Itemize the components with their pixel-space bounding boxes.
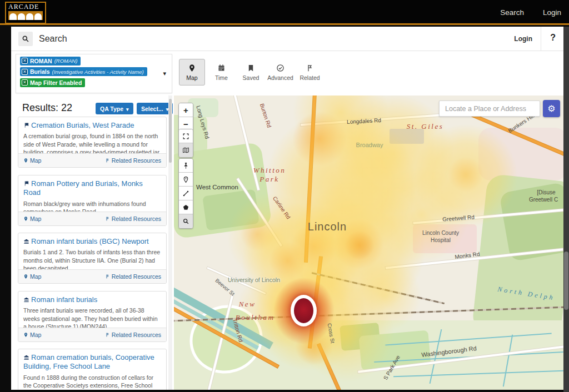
measure-line-icon[interactable] bbox=[179, 187, 193, 200]
place-marker-icon[interactable] bbox=[179, 173, 193, 187]
calendar-icon bbox=[217, 64, 226, 72]
results-scrollbar-thumb[interactable] bbox=[169, 99, 172, 163]
remove-filter-icon[interactable] bbox=[22, 79, 28, 86]
select-dropdown[interactable]: Select... bbox=[137, 103, 173, 114]
chevron-down-icon bbox=[126, 105, 129, 112]
active-filters-panel: ROMAN (ROMAN) Burials (Investigative Act… bbox=[16, 54, 172, 93]
bank-icon bbox=[23, 238, 29, 244]
search-icon[interactable] bbox=[18, 32, 33, 46]
tab-saved[interactable]: Saved bbox=[238, 59, 264, 86]
result-card[interactable]: Roman infant burials (BGC) Newport Buria… bbox=[18, 233, 167, 284]
results-count: Results: 22 bbox=[22, 102, 72, 114]
related-resources-link[interactable]: Related Resources bbox=[105, 273, 161, 280]
overview-map-icon[interactable] bbox=[179, 143, 193, 157]
qa-type-dropdown[interactable]: QA Type bbox=[96, 103, 133, 114]
top-bar: ARCADE Search Login bbox=[0, 0, 569, 25]
zoom-in-button[interactable]: + bbox=[179, 103, 193, 117]
map-road-longdales bbox=[301, 114, 442, 126]
map-view-controls bbox=[178, 129, 193, 158]
map-label-lincoln: Lincoln bbox=[308, 220, 347, 233]
map-label-beevor-st: Beevor St bbox=[214, 277, 236, 296]
bank-icon bbox=[23, 354, 29, 360]
map-label-burton-rd: Burton Rd bbox=[259, 103, 272, 128]
polygon-icon[interactable] bbox=[179, 200, 193, 214]
map-link[interactable]: Map bbox=[23, 331, 41, 338]
map-pin-icon bbox=[23, 158, 28, 163]
filter-tag-burials[interactable]: Burials (Investigative Activities - Acti… bbox=[20, 67, 147, 76]
map-pin-icon bbox=[188, 64, 196, 72]
map-railway bbox=[312, 272, 445, 304]
tab-related[interactable]: Related bbox=[297, 59, 323, 86]
result-card[interactable]: Cremation Burials, West Parade A cremati… bbox=[18, 117, 167, 168]
topnav-login-link[interactable]: Login bbox=[543, 8, 561, 17]
result-title-link[interactable]: Roman cremation burials, Cooperative Bui… bbox=[23, 353, 161, 371]
gear-icon: ⚙ bbox=[547, 104, 555, 113]
map-canvas[interactable]: Burton Rd Long Leys Rd Longdales Rd St. … bbox=[174, 96, 563, 390]
map-search-icon[interactable] bbox=[179, 214, 193, 228]
check-circle-icon bbox=[276, 64, 284, 72]
view-tabs: Map Time Saved Advanced Related bbox=[179, 59, 323, 86]
remove-filter-icon[interactable] bbox=[22, 69, 28, 75]
map-settings-gear-button[interactable]: ⚙ bbox=[543, 100, 560, 117]
bookmark-icon bbox=[247, 64, 255, 72]
remove-filter-icon[interactable] bbox=[22, 58, 28, 64]
help-button[interactable]: ? bbox=[550, 33, 556, 43]
divider bbox=[541, 27, 541, 51]
related-resources-link[interactable]: Related Resources bbox=[105, 157, 161, 164]
milestone-flag-icon bbox=[105, 332, 110, 338]
main-content: Login ? ROMAN (ROMAN) Burials (Investiga… bbox=[11, 27, 563, 390]
result-title-link[interactable]: Roman infant burials (BGC) Newport bbox=[23, 237, 161, 246]
result-title-link[interactable]: Roman Pottery and Burials, Monks Road bbox=[23, 179, 161, 198]
result-title-link[interactable]: Cremation Burials, West Parade bbox=[23, 121, 161, 130]
map-label-broadway: Broadway bbox=[356, 142, 383, 148]
milestone-flag-icon bbox=[105, 216, 110, 222]
tab-advanced[interactable]: Advanced bbox=[267, 59, 293, 86]
topnav-search-link[interactable]: Search bbox=[500, 8, 524, 17]
map-label-carline-rd: Carline Rd bbox=[272, 195, 292, 220]
brand-name: ARCADE bbox=[8, 3, 43, 11]
map-building bbox=[390, 129, 424, 144]
result-card[interactable]: Roman infant burials Three infant burial… bbox=[18, 291, 167, 342]
related-resources-link[interactable]: Related Resources bbox=[105, 331, 161, 338]
search-input[interactable] bbox=[39, 31, 372, 47]
searchbar-login-button[interactable]: Login bbox=[514, 35, 532, 43]
arcade-logo[interactable]: ARCADE bbox=[5, 2, 46, 24]
map-road-high-st bbox=[305, 96, 316, 262]
zoom-controls: + − bbox=[178, 103, 193, 132]
tab-time[interactable]: Time bbox=[208, 59, 234, 86]
map-pin-icon bbox=[23, 216, 28, 222]
result-card[interactable]: Roman Pottery and Burials, Monks Road Ro… bbox=[18, 175, 167, 226]
map-pin-icon bbox=[23, 274, 28, 279]
map-link[interactable]: Map bbox=[23, 215, 41, 222]
related-resources-link[interactable]: Related Resources bbox=[105, 215, 161, 222]
tab-map[interactable]: Map bbox=[179, 59, 205, 86]
expand-icon[interactable] bbox=[179, 129, 193, 143]
search-bar: Login ? bbox=[11, 27, 563, 51]
milestone-flag-icon bbox=[105, 274, 110, 279]
milestone-flag-icon bbox=[105, 158, 110, 163]
filters-dropdown-caret-icon[interactable] bbox=[163, 70, 166, 77]
arcade-arches-icon bbox=[8, 11, 43, 20]
milestone-flag-icon bbox=[306, 64, 314, 72]
locate-address-input[interactable] bbox=[439, 100, 540, 117]
draw-tools bbox=[178, 158, 193, 229]
map-link[interactable]: Map bbox=[23, 273, 41, 280]
page-scrollbar[interactable] bbox=[563, 27, 569, 392]
map-green-area bbox=[202, 189, 259, 231]
filter-tag-roman[interactable]: ROMAN (ROMAN) bbox=[20, 57, 81, 66]
map-link[interactable]: Map bbox=[23, 157, 41, 164]
map-hospital-area bbox=[413, 224, 477, 253]
map-road-beevor bbox=[207, 267, 266, 295]
flag-icon bbox=[23, 122, 29, 128]
page-scrollbar-thumb[interactable] bbox=[564, 252, 568, 310]
map-pin-icon bbox=[23, 332, 28, 338]
result-description: Found n 1888 during the construction of … bbox=[23, 374, 161, 390]
result-card[interactable]: Roman cremation burials, Cooperative Bui… bbox=[18, 349, 167, 390]
pushpin-icon[interactable] bbox=[179, 159, 193, 173]
flag-icon bbox=[23, 180, 29, 187]
results-scrollbar[interactable] bbox=[168, 96, 172, 390]
bank-icon bbox=[23, 296, 29, 303]
result-title-link[interactable]: Roman infant burials bbox=[23, 295, 161, 304]
filter-tag-map-filter[interactable]: Map Filter Enabled bbox=[20, 78, 85, 87]
